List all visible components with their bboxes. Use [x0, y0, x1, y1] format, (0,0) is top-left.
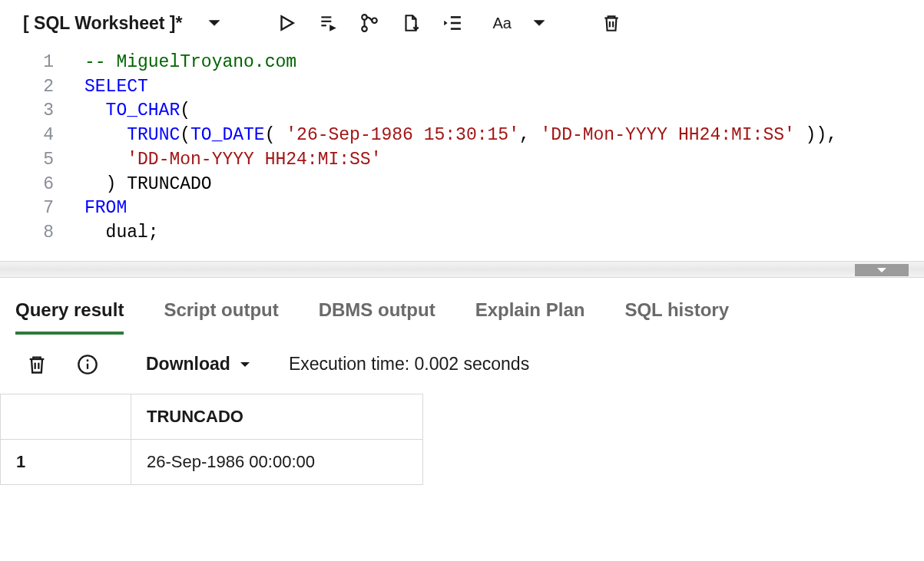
- code-line[interactable]: 8 dual;: [0, 221, 924, 246]
- branch-icon: [359, 13, 379, 33]
- format-button[interactable]: [436, 6, 469, 40]
- code-text[interactable]: 'DD-Mon-YYYY HH24:MI:SS': [84, 148, 381, 173]
- code-line[interactable]: 6 ) TRUNCADO: [0, 173, 924, 197]
- line-number: 5: [0, 148, 84, 173]
- code-line[interactable]: 2SELECT: [0, 75, 924, 100]
- code-text[interactable]: dual;: [84, 221, 159, 246]
- pane-splitter[interactable]: [0, 261, 924, 278]
- line-number: 2: [0, 75, 84, 100]
- tab-query-result[interactable]: Query result: [15, 292, 124, 335]
- chevron-down-icon: [207, 15, 222, 31]
- run-button[interactable]: [270, 6, 303, 40]
- file-download-icon: [401, 13, 421, 33]
- font-size-menu-button[interactable]: [522, 6, 556, 40]
- play-icon: [277, 13, 296, 33]
- svg-point-1: [363, 26, 368, 31]
- tab-dbms-output[interactable]: DBMS output: [319, 292, 436, 335]
- svg-point-4: [87, 359, 89, 361]
- table-row[interactable]: 126-Sep-1986 00:00:00: [1, 439, 924, 484]
- line-number: 8: [0, 221, 84, 246]
- worksheet-menu-button[interactable]: [197, 6, 231, 40]
- save-button[interactable]: [394, 6, 428, 40]
- result-clear-button[interactable]: [22, 349, 52, 380]
- code-line[interactable]: 3 TO_CHAR(: [0, 99, 924, 124]
- font-size-label: Aa: [492, 15, 511, 32]
- code-line[interactable]: 7FROM: [0, 196, 924, 221]
- code-line[interactable]: 4 TRUNC(TO_DATE( '26-Sep-1986 15:30:15',…: [0, 124, 924, 148]
- result-info-button[interactable]: [72, 349, 103, 380]
- chevron-down-icon: [532, 15, 547, 31]
- line-number: 4: [0, 124, 84, 148]
- explain-plan-button[interactable]: [353, 6, 386, 40]
- line-number: 6: [0, 173, 84, 197]
- download-menu[interactable]: Download: [146, 354, 252, 375]
- worksheet-title: [ SQL Worksheet ]*: [23, 13, 182, 34]
- line-number: 7: [0, 196, 84, 221]
- tab-script-output[interactable]: Script output: [164, 292, 278, 335]
- run-script-icon: [318, 13, 338, 33]
- clear-button[interactable]: [594, 6, 628, 40]
- code-text[interactable]: TO_CHAR(: [84, 99, 190, 124]
- trash-icon: [601, 13, 621, 33]
- worksheet-toolbar: [ SQL Worksheet ]* Aa: [0, 0, 924, 46]
- indent-icon: [442, 13, 462, 33]
- sql-editor[interactable]: 1-- MiguelTroyano.com2SELECT3 TO_CHAR(4 …: [0, 46, 924, 261]
- download-label: Download: [146, 354, 230, 375]
- column-header[interactable]: TRUNCADO: [131, 394, 423, 439]
- code-text[interactable]: FROM: [84, 196, 127, 221]
- row-number: 1: [1, 439, 131, 484]
- trash-icon: [26, 354, 48, 375]
- line-number: 1: [0, 51, 84, 75]
- tab-sql-history[interactable]: SQL history: [624, 292, 729, 335]
- svg-point-2: [373, 18, 378, 24]
- code-text[interactable]: ) TRUNCADO: [84, 173, 212, 197]
- result-tabs: Query resultScript outputDBMS outputExpl…: [0, 278, 924, 335]
- code-line[interactable]: 5 'DD-Mon-YYYY HH24:MI:SS': [0, 148, 924, 173]
- info-icon: [77, 354, 98, 375]
- cell[interactable]: 26-Sep-1986 00:00:00: [131, 439, 423, 484]
- line-number: 3: [0, 99, 84, 124]
- code-text[interactable]: SELECT: [84, 75, 148, 100]
- code-text[interactable]: TRUNC(TO_DATE( '26-Sep-1986 15:30:15', '…: [84, 124, 837, 148]
- execution-time-label: Execution time: 0.002 seconds: [289, 354, 529, 375]
- splitter-handle[interactable]: [855, 264, 909, 276]
- code-line[interactable]: 1-- MiguelTroyano.com: [0, 51, 924, 75]
- chevron-down-icon: [238, 358, 252, 371]
- code-text[interactable]: -- MiguelTroyano.com: [84, 51, 296, 75]
- result-toolbar: Download Execution time: 0.002 seconds: [0, 335, 924, 394]
- result-table: TRUNCADO126-Sep-1986 00:00:00: [0, 394, 924, 485]
- run-script-button[interactable]: [311, 6, 345, 40]
- tab-explain-plan[interactable]: Explain Plan: [475, 292, 585, 335]
- row-number-header: [1, 394, 131, 439]
